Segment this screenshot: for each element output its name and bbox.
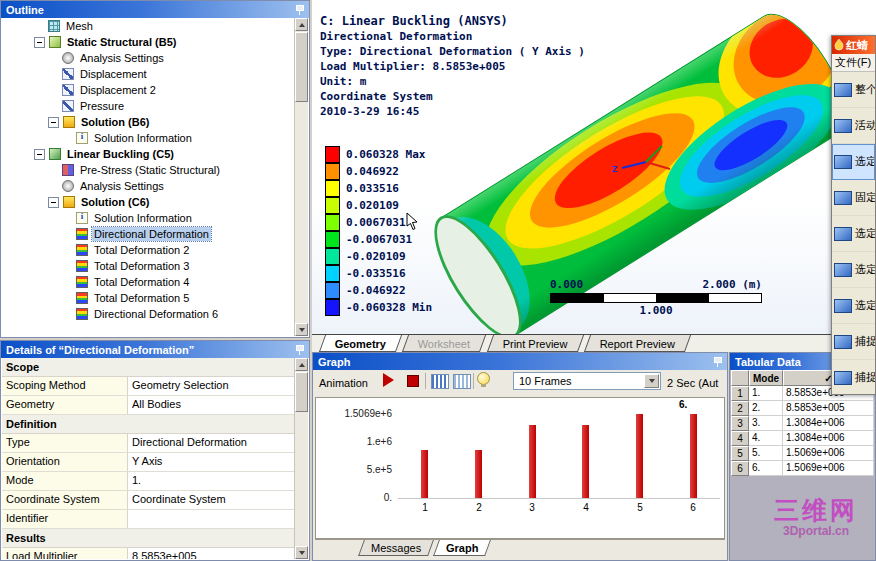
details-value[interactable]: Coordinate System: [128, 491, 294, 509]
pin-icon[interactable]: [295, 4, 304, 16]
details-category-definition[interactable]: Definition: [2, 415, 294, 434]
capture-item-7[interactable]: 捕捉: [832, 324, 875, 360]
tree-item-pre-stress-static-structural[interactable]: Pre-Stress (Static Structural): [2, 162, 294, 178]
row-header: 1: [731, 386, 749, 401]
details-value[interactable]: Directional Deformation: [128, 434, 294, 452]
scroll-up-icon[interactable]: [295, 358, 308, 371]
capture-mode-list: 整个活动选定固定选定选定选定捕捉捕捉图: [832, 72, 875, 395]
tree-expander-icon[interactable]: [34, 37, 45, 48]
details-scrollbar[interactable]: [294, 358, 308, 559]
capture-item-5[interactable]: 选定: [832, 252, 875, 288]
details-category-scope[interactable]: Scope: [2, 358, 294, 377]
capture-item-label: 捕捉图: [855, 370, 875, 385]
details-key: Geometry: [2, 396, 128, 414]
table-row[interactable]: 22.8.5853e+005: [731, 401, 874, 416]
viewport-3d[interactable]: Z C: Linear Buckling (ANSYS)Directional …: [312, 0, 876, 334]
tree-item-linear-buckling-c5[interactable]: Linear Buckling (C5): [2, 146, 294, 162]
tree-item-total-deformation-5[interactable]: Total Deformation 5: [2, 290, 294, 306]
table-row[interactable]: 66.1.5069e+006: [731, 461, 874, 476]
graph-tab-strip: MessagesGraph: [315, 539, 725, 558]
scroll-down-icon[interactable]: [295, 546, 308, 559]
column-header-mode[interactable]: Mode: [749, 370, 783, 386]
details-value[interactable]: Y Axis: [128, 453, 294, 471]
row-header: 4: [731, 431, 749, 446]
tree-item-solution-information[interactable]: Solution Information: [2, 210, 294, 226]
scrollbar-thumb[interactable]: [295, 372, 308, 412]
tree-item-total-deformation-4[interactable]: Total Deformation 4: [2, 274, 294, 290]
tree-item-solution-c6[interactable]: Solution (C6): [2, 194, 294, 210]
details-value[interactable]: 8.5853e+005: [128, 548, 294, 559]
details-category-results[interactable]: Results: [2, 529, 294, 548]
tree-item-total-deformation-2[interactable]: Total Deformation 2: [2, 242, 294, 258]
tree-expander-icon[interactable]: [48, 197, 59, 208]
tree-item-directional-deformation-6[interactable]: Directional Deformation 6: [2, 306, 294, 322]
tree-item-solution-information[interactable]: Solution Information: [2, 130, 294, 146]
details-value[interactable]: 1.: [128, 472, 294, 490]
tab-graph[interactable]: Graph: [433, 540, 491, 556]
tab-geometry[interactable]: Geometry: [319, 335, 403, 352]
scroll-up-icon[interactable]: [295, 18, 308, 31]
details-row: Coordinate SystemCoordinate System: [2, 491, 294, 510]
tree-item-label: Static Structural (B5): [65, 35, 178, 49]
scrollbar-thumb[interactable]: [295, 32, 308, 102]
details-titlebar[interactable]: Details of “Directional Deformation”: [1, 341, 309, 358]
scroll-down-icon[interactable]: [295, 323, 308, 336]
capture-item-1[interactable]: 活动: [832, 108, 875, 144]
table-row[interactable]: 44.1.3084e+006: [731, 431, 874, 446]
table-row[interactable]: 55.1.5069e+006: [731, 446, 874, 461]
details-value[interactable]: [128, 510, 294, 528]
outline-panel: Outline MeshStatic Structural (B5)Analys…: [0, 0, 310, 338]
info-icon: [76, 212, 88, 224]
chevron-down-icon[interactable]: [644, 374, 659, 388]
table-style-icon[interactable]: [453, 374, 471, 389]
details-value[interactable]: Geometry Selection: [128, 377, 294, 395]
capture-item-4[interactable]: 选定: [832, 216, 875, 252]
table-row[interactable]: 33.1.3084e+006: [731, 416, 874, 431]
chart-style-icon[interactable]: [431, 374, 449, 389]
file-menu[interactable]: 文件(F): [832, 54, 875, 72]
play-button[interactable]: [383, 373, 394, 387]
tree-expander-icon[interactable]: [34, 149, 45, 160]
outline-scrollbar[interactable]: [294, 18, 308, 336]
frames-dropdown[interactable]: 10 Frames: [513, 372, 661, 390]
lightbulb-icon[interactable]: [477, 372, 490, 385]
capture-item-0[interactable]: 整个: [832, 72, 875, 108]
pin-icon[interactable]: [295, 344, 304, 356]
pin-icon[interactable]: [713, 356, 722, 368]
tab-print-preview[interactable]: Print Preview: [487, 335, 584, 352]
disp-icon: [62, 68, 74, 80]
tree-item-pressure[interactable]: Pressure: [2, 98, 294, 114]
toolbar-separator: [425, 373, 426, 389]
cell-mode: 1.: [749, 386, 783, 401]
outline-titlebar[interactable]: Outline: [1, 1, 309, 18]
tab-messages[interactable]: Messages: [358, 540, 434, 556]
gear-icon: [62, 180, 74, 192]
chart-bar: [475, 450, 482, 498]
capture-item-2[interactable]: 选定: [832, 144, 875, 180]
tree-item-mesh[interactable]: Mesh: [2, 18, 294, 34]
column-header-item[interactable]: [731, 370, 749, 386]
tree-item-displacement[interactable]: Displacement: [2, 66, 294, 82]
viewport-annotation-line: Type: Directional Deformation ( Y Axis ): [320, 44, 585, 59]
capture-item-label: 固定: [855, 190, 875, 205]
tree-item-analysis-settings[interactable]: Analysis Settings: [2, 178, 294, 194]
tree-item-total-deformation-3[interactable]: Total Deformation 3: [2, 258, 294, 274]
tab-report-preview[interactable]: Report Preview: [583, 335, 690, 352]
capture-item-3[interactable]: 固定: [832, 180, 875, 216]
legend-label: 0.060328 Max: [346, 148, 425, 161]
tree-item-solution-b6[interactable]: Solution (B6): [2, 114, 294, 130]
tree-item-analysis-settings[interactable]: Analysis Settings: [2, 50, 294, 66]
graph-titlebar[interactable]: Graph: [313, 353, 727, 370]
capture-tool-titlebar[interactable]: 红蜻: [832, 36, 875, 54]
tree-expander-icon[interactable]: [48, 117, 59, 128]
tree-item-directional-deformation[interactable]: Directional Deformation: [2, 226, 294, 242]
tree-item-static-structural-b5[interactable]: Static Structural (B5): [2, 34, 294, 50]
details-value[interactable]: All Bodies: [128, 396, 294, 414]
legend-swatch: [325, 180, 340, 197]
stop-button[interactable]: [407, 375, 419, 387]
tab-worksheet[interactable]: Worksheet: [402, 335, 487, 352]
viewport-annotation-line: Directional Deformation: [320, 29, 585, 44]
capture-item-8[interactable]: 捕捉图: [832, 360, 875, 395]
capture-item-6[interactable]: 选定: [832, 288, 875, 324]
tree-item-displacement-2[interactable]: Displacement 2: [2, 82, 294, 98]
